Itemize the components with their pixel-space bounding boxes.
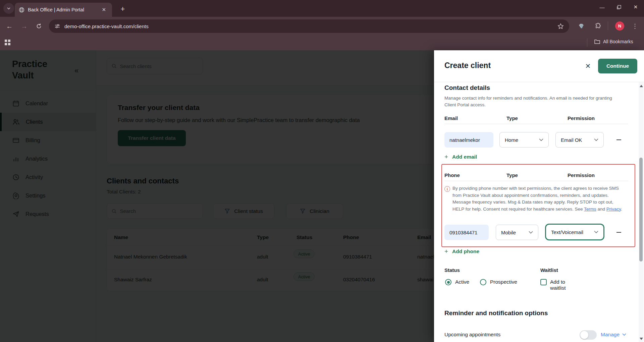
active-radio-label: Active [455,279,469,285]
toolbar-separator [608,21,608,30]
prospective-radio-label: Prospective [490,279,517,285]
browser-chrome: Back Office | Admin Portal ✕ + — ✕ ← → [0,0,644,50]
reload-icon [36,23,42,29]
add-phone-button[interactable]: + Add phone [444,248,479,255]
period-text: . [621,207,622,212]
browser-toolbar: ← → demo-office.practice-vault.com/clien… [0,17,644,36]
bookmarks-separator [587,38,587,47]
email-input[interactable] [444,132,493,148]
status-section-label: Status [444,267,460,273]
email-permission-select[interactable]: Email OK [555,132,604,148]
minimize-button[interactable]: — [594,0,610,14]
globe-icon [19,7,24,13]
bookmark-star-icon[interactable] [557,23,564,30]
drawer-scrollbar[interactable] [639,82,644,342]
add-email-label: Add email [452,154,477,160]
create-client-drawer: Create client ✕ Continue Contact details… [434,50,644,342]
close-icon[interactable]: ✕ [584,62,592,70]
email-header-divider [444,124,628,124]
all-bookmarks-button[interactable]: All Bookmarks [594,39,633,44]
chevron-down-icon [7,6,11,10]
back-button[interactable]: ← [5,21,14,31]
waitlist-section-label: Waitlist [540,267,558,273]
permission-column-header: Permission [568,115,595,121]
active-radio[interactable] [445,279,451,285]
url-bar[interactable]: demo-office.practice-vault.com/clients [49,19,569,33]
reload-button[interactable] [34,21,44,31]
close-window-button[interactable]: ✕ [627,0,644,14]
info-icon: i [444,186,450,192]
forward-button[interactable]: → [19,21,29,31]
add-email-button[interactable]: + Add email [444,153,477,161]
upcoming-appointments-label: Upcoming appointments [444,332,500,338]
type-column-header: Type [506,115,518,121]
apps-grid-icon[interactable] [5,40,11,46]
phone-header-divider [444,181,628,181]
chevron-down-icon [594,138,598,141]
remove-phone-button[interactable] [615,229,623,236]
privacy-link[interactable]: Privacy [606,207,621,212]
chevron-down-icon [622,333,626,336]
drawer-title: Create client [444,61,491,70]
add-phone-label: Add phone [452,248,479,254]
phone-permission-value: Text/Voicemail [551,229,583,235]
add-to-waitlist-label: Add to waitlist [550,279,566,291]
email-permission-value: Email OK [561,137,582,143]
phone-permission-select[interactable]: Text/Voicemail [545,224,604,240]
profile-avatar[interactable]: N [615,21,624,31]
plus-icon: + [444,153,448,161]
diamond-icon [579,23,585,30]
toggle-knob [580,331,588,339]
prospective-radio[interactable] [480,279,486,285]
and-text: and [596,207,606,212]
manage-label: Manage [601,332,620,338]
url-text: demo-office.practice-vault.com/clients [64,23,553,29]
tab-search-button[interactable] [3,3,14,14]
permission-column-header: Permission [568,172,595,178]
maximize-icon [617,5,621,9]
scrollbar-thumb[interactable] [639,158,643,262]
browser-tab[interactable]: Back Office | Admin Portal ✕ [15,3,112,17]
new-tab-button[interactable]: + [118,4,127,14]
continue-button[interactable]: Continue [598,59,637,73]
sms-consent-text: By providing phone number with text perm… [452,185,624,213]
scroll-up-arrow-icon[interactable] [640,85,643,87]
maximize-button[interactable] [610,0,627,14]
phone-input[interactable] [444,225,489,240]
tab-close-icon[interactable]: ✕ [100,6,108,13]
puzzle-icon [595,23,601,30]
scroll-down-arrow-icon[interactable] [640,338,643,340]
email-column-header: Email [444,115,458,121]
drawer-header: Create client ✕ Continue [434,50,644,82]
remove-email-button[interactable] [615,136,623,144]
window-controls: — ✕ [594,0,644,14]
site-settings-icon [54,23,60,29]
plus-icon: + [444,248,448,255]
chevron-down-icon [529,231,533,234]
chevron-down-icon [594,231,598,233]
extension-action-icon[interactable] [578,22,586,31]
page-viewport: Practice Vault « Calendar Clients Billin… [0,50,644,342]
chevron-down-icon [539,138,543,141]
type-column-header: Type [506,172,518,178]
browser-menu-button[interactable]: ⋮ [631,22,639,31]
tab-strip: Back Office | Admin Portal ✕ + — ✕ [0,0,644,17]
email-type-value: Home [505,137,518,143]
add-to-waitlist-checkbox[interactable] [540,279,547,285]
email-type-select[interactable]: Home [499,132,549,148]
tab-title: Back Office | Admin Portal [28,7,96,12]
phone-column-header: Phone [444,172,460,178]
bookmarks-bar: All Bookmarks [0,36,644,50]
all-bookmarks-label: All Bookmarks [603,39,633,44]
contact-details-title: Contact details [444,84,490,92]
phone-type-select[interactable]: Mobile [496,225,538,240]
phone-type-value: Mobile [501,230,516,235]
drawer-body: Contact details Manage contact info for … [434,82,644,342]
extensions-button[interactable] [594,22,602,31]
terms-link[interactable]: Terms [584,207,596,212]
reminders-section-title: Reminder and notification options [444,309,548,317]
manage-link[interactable]: Manage [601,332,626,338]
folder-icon [594,39,600,44]
screen: Back Office | Admin Portal ✕ + — ✕ ← → [0,0,644,342]
upcoming-appointments-toggle[interactable] [580,330,597,340]
